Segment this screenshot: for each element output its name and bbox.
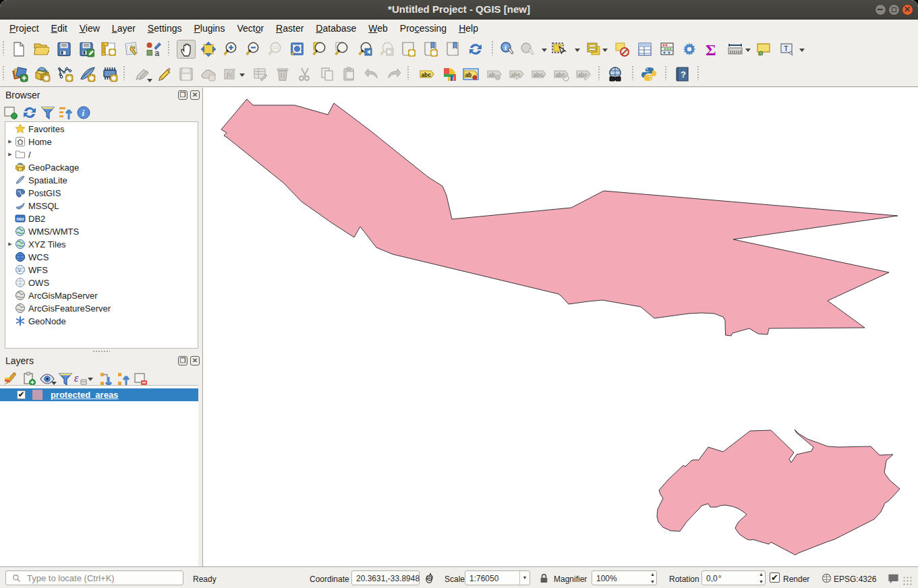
svg-text:ab: ab: [488, 71, 495, 78]
svg-text:ε: ε: [74, 372, 79, 384]
svg-text:ab: ab: [465, 71, 471, 78]
svg-text:Σ: Σ: [706, 41, 716, 57]
svg-text:i: i: [82, 108, 85, 118]
svg-text:a: a: [155, 49, 160, 57]
svg-text:DB2: DB2: [16, 217, 24, 221]
svg-text:V: V: [18, 268, 22, 272]
svg-text:1:1: 1:1: [272, 45, 279, 50]
svg-text:i: i: [505, 43, 507, 51]
svg-text:abc: abc: [533, 71, 543, 78]
svg-text:abc: abc: [421, 71, 431, 78]
svg-text:abc: abc: [555, 71, 565, 78]
svg-text:T: T: [784, 45, 788, 53]
svg-text:?: ?: [681, 69, 686, 80]
